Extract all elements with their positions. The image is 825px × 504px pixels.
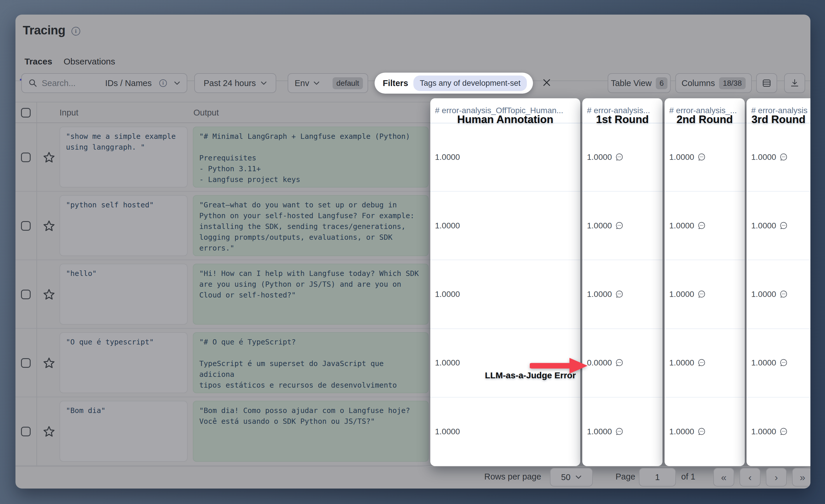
- column-header-output[interactable]: Output: [194, 108, 219, 117]
- filters-label: Filters: [383, 78, 408, 88]
- input-cell[interactable]: "O que é typescript": [60, 332, 188, 393]
- first-page-button[interactable]: «: [713, 468, 734, 487]
- filters-pill[interactable]: Filters Tags any of development-set: [375, 73, 533, 94]
- tracing-window: Tracing i Traces Observations Search... …: [15, 15, 810, 489]
- trace-table-body: "show me a simple example using langgrap…: [15, 123, 446, 466]
- page-title: Tracing: [23, 23, 65, 37]
- star-icon[interactable]: [42, 151, 56, 164]
- score-cell[interactable]: 1.0000: [665, 260, 745, 329]
- comment-icon[interactable]: [615, 358, 624, 367]
- comment-icon[interactable]: [779, 358, 788, 367]
- tab-observations[interactable]: Observations: [64, 57, 115, 67]
- comment-icon[interactable]: [697, 221, 706, 230]
- star-icon[interactable]: [42, 356, 56, 370]
- score-cell[interactable]: 1.0000: [747, 192, 810, 260]
- output-cell[interactable]: "Hi! How can I help with Langfuse today?…: [193, 264, 429, 325]
- star-icon[interactable]: [42, 288, 56, 301]
- double-chevron-left-icon: «: [721, 472, 727, 483]
- input-cell[interactable]: "Bom dia": [60, 401, 188, 462]
- tab-traces[interactable]: Traces: [24, 57, 52, 67]
- rows-per-page-label: Rows per page: [484, 472, 541, 482]
- rows-per-page-select[interactable]: 50: [550, 468, 593, 487]
- comment-icon[interactable]: [697, 358, 706, 367]
- time-range-button[interactable]: Past 24 hours: [194, 73, 276, 93]
- search-scope-label[interactable]: IDs / Names: [105, 78, 152, 88]
- star-icon[interactable]: [42, 219, 56, 233]
- input-cell[interactable]: "show me a simple example using langgrap…: [60, 127, 188, 187]
- output-cell[interactable]: "# Minimal LangGraph + Langfuse example …: [193, 127, 429, 187]
- output-cell[interactable]: "Great—what do you want to set up or deb…: [193, 195, 429, 256]
- score-cell[interactable]: 1.0000: [665, 123, 745, 192]
- select-all-checkbox[interactable]: [21, 108, 30, 117]
- chevron-left-icon: ‹: [748, 472, 751, 483]
- export-button[interactable]: [784, 73, 805, 93]
- row-checkbox[interactable]: [21, 358, 30, 368]
- download-icon: [790, 78, 800, 88]
- score-cell[interactable]: 1.0000: [747, 123, 810, 192]
- star-icon[interactable]: [42, 425, 56, 438]
- page-number-box[interactable]: [639, 468, 676, 487]
- output-cell[interactable]: "Bom dia! Como posso ajudar com o Langfu…: [193, 401, 429, 462]
- comment-icon[interactable]: [615, 153, 624, 162]
- search-input[interactable]: Search... IDs / Names i: [21, 73, 187, 93]
- input-cell[interactable]: "python self hosted": [60, 195, 188, 256]
- table-row[interactable]: "hello" "Hi! How can I help with Langfus…: [15, 260, 446, 329]
- score-cell[interactable]: 1.0000: [430, 123, 580, 192]
- score-cell[interactable]: 1.0000: [665, 398, 745, 466]
- comment-icon[interactable]: [779, 427, 788, 436]
- score-column-2nd-round: # error-analysis_... 2nd Round 1.0000 1.…: [665, 98, 745, 466]
- comment-icon[interactable]: [615, 427, 624, 436]
- env-label: Env: [295, 78, 309, 88]
- row-checkbox[interactable]: [21, 427, 30, 436]
- search-icon: [28, 78, 38, 88]
- row-checkbox[interactable]: [21, 153, 30, 162]
- output-cell[interactable]: "# O que é TypeScript? TypeScript é um s…: [193, 332, 429, 393]
- table-row[interactable]: "show me a simple example using langgrap…: [15, 123, 446, 192]
- comment-icon[interactable]: [779, 290, 788, 299]
- info-icon[interactable]: i: [71, 27, 80, 35]
- score-cell[interactable]: 1.0000: [665, 192, 745, 260]
- columns-count-badge: 18/38: [719, 77, 746, 89]
- divider: [15, 466, 810, 467]
- input-cell[interactable]: "hello": [60, 264, 188, 325]
- table-row[interactable]: "python self hosted" "Great—what do you …: [15, 192, 446, 260]
- score-cell[interactable]: 1.0000: [582, 260, 663, 329]
- comment-icon[interactable]: [779, 221, 788, 230]
- chevron-down-icon: [313, 81, 320, 85]
- comment-icon[interactable]: [697, 153, 706, 162]
- score-cell[interactable]: 1.0000: [430, 260, 580, 329]
- score-cell[interactable]: 1.0000: [747, 398, 810, 466]
- clear-filter-button[interactable]: [540, 76, 553, 89]
- comment-icon[interactable]: [615, 221, 624, 230]
- comment-icon[interactable]: [697, 290, 706, 299]
- page-number-input[interactable]: [640, 473, 675, 482]
- row-checkbox[interactable]: [21, 221, 30, 231]
- table-row[interactable]: "Bom dia" "Bom dia! Como posso ajudar co…: [15, 397, 446, 466]
- comment-icon[interactable]: [615, 290, 624, 299]
- row-height-icon: [762, 78, 772, 88]
- score-cell[interactable]: 1.0000: [665, 329, 745, 398]
- score-cell[interactable]: 1.0000: [747, 260, 810, 329]
- next-page-button[interactable]: ›: [766, 468, 787, 487]
- columns-button[interactable]: Columns 18/38: [675, 73, 752, 93]
- last-page-button[interactable]: »: [792, 468, 810, 487]
- score-cell-error[interactable]: 0.0000: [582, 329, 663, 398]
- previous-page-button[interactable]: ‹: [740, 468, 760, 487]
- score-cell[interactable]: 1.0000: [582, 192, 663, 260]
- score-cell[interactable]: 1.0000: [430, 192, 580, 260]
- column-header-input[interactable]: Input: [60, 108, 78, 117]
- comment-icon[interactable]: [779, 153, 788, 162]
- row-height-button[interactable]: [756, 73, 777, 93]
- score-column-human-annotation: # error-analysis_OffTopic_Human... Human…: [430, 98, 580, 466]
- table-row[interactable]: "O que é typescript" "# O que é TypeScri…: [15, 329, 446, 397]
- table-view-button[interactable]: Table View 6: [608, 73, 671, 93]
- score-cell[interactable]: 1.0000: [582, 123, 663, 192]
- double-chevron-right-icon: »: [800, 472, 806, 483]
- row-checkbox[interactable]: [21, 289, 30, 299]
- filter-chip-tags[interactable]: Tags any of development-set: [414, 76, 527, 91]
- score-cell[interactable]: 1.0000: [430, 398, 580, 466]
- score-cell[interactable]: 1.0000: [747, 329, 810, 398]
- comment-icon[interactable]: [697, 427, 706, 436]
- score-cell[interactable]: 1.0000: [582, 398, 663, 466]
- env-filter-button[interactable]: Env default: [288, 73, 368, 93]
